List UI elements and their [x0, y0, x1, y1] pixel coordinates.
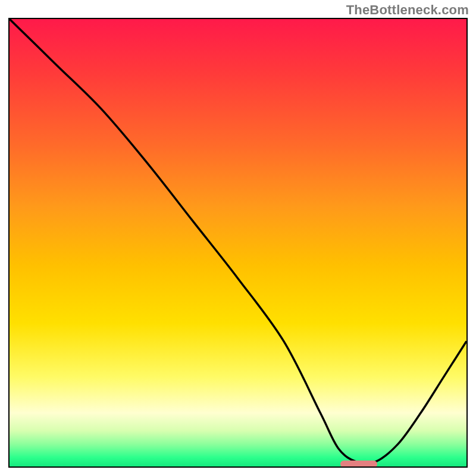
- optimal-range-marker: [340, 461, 377, 468]
- plot-area: [8, 18, 468, 468]
- bottleneck-curve: [10, 19, 466, 464]
- watermark-text: TheBottleneck.com: [346, 2, 469, 18]
- chart-figure: TheBottleneck.com: [0, 0, 476, 476]
- curve-svg: [10, 19, 466, 466]
